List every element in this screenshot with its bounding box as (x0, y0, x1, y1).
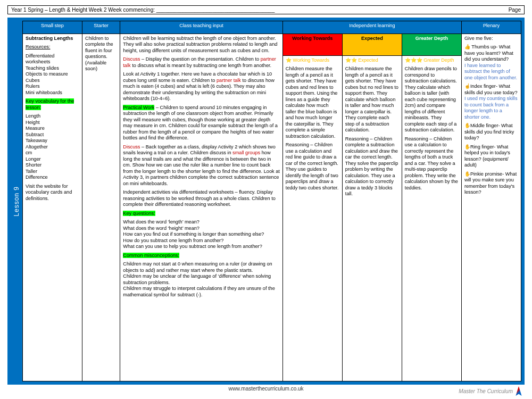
vocab-list: Length Height Measure Subtract Takeaway … (26, 113, 79, 181)
cell-wt: ⭐ Working Towards Children measure the l… (282, 56, 342, 381)
misc-list: Children may not start at 0 when measuri… (123, 261, 280, 298)
outer-frame: Lesson 9 Small step Starter Class teachi… (7, 18, 525, 385)
sub-ex: Expected (342, 34, 402, 55)
wt-stars: ⭐ Working Towards (286, 57, 339, 63)
ex-stars: ⭐⭐ Expected (345, 57, 399, 63)
hdr-plenary: Plenary (461, 21, 521, 34)
plenary-index: ☝️Index finger- What skills did you use … (464, 84, 518, 120)
teach-discuss1: Discuss – Display the question on the pr… (123, 56, 280, 69)
hdr-smallstep: Small step (23, 21, 82, 34)
plenary-intro: Give me five: (464, 36, 518, 42)
teach-discuss2: Discuss – Back together as a class, disp… (123, 144, 280, 187)
resources-label: Resources: (26, 44, 79, 51)
cell-teaching: Children will be learning subtract the l… (120, 34, 283, 381)
wt-reason: Reasoning – Children use a calculation a… (286, 142, 339, 191)
top-right: Page (509, 7, 521, 13)
resources-list: Differentiated worksheets Teaching slide… (26, 53, 79, 96)
sub-header-row: Subtracting Lengths Resources: Different… (23, 34, 521, 55)
footer-url: www.masterthecurriculum.co.uk (7, 386, 525, 392)
gd-stars: ⭐⭐⭐ Greater Depth (405, 57, 459, 63)
hdr-starter: Starter (82, 21, 120, 34)
plan-table: Small step Starter Class teaching input … (22, 21, 521, 381)
keyq-label: Key questions: (123, 211, 155, 216)
teach-practical: Practical Work – Children to spend aroun… (123, 105, 280, 142)
misc-label: Common misconceptions: (123, 253, 179, 258)
visit-note: Visit the website for vocabulary cards a… (26, 184, 79, 202)
header-row: Small step Starter Class teaching input … (23, 21, 521, 34)
lesson-tab: Lesson 9 (11, 21, 22, 381)
keyq-list: What does the word ‘length’ mean? What d… (123, 219, 280, 250)
cell-starter: Children to complete the fluent in four … (82, 34, 120, 381)
gd-body: Children draw pencils to correspond to s… (405, 66, 459, 134)
plenary-middle: ✋Middle finger- What skills did you find… (464, 123, 518, 142)
sub-gd: Greater Depth (402, 34, 461, 55)
gd-reason: Reasoning – Children use a calculation t… (405, 136, 459, 192)
hdr-independent: Independent learning (282, 21, 461, 34)
cell-ex: ⭐⭐ Expected Children measure the length … (342, 56, 402, 381)
cell-plenary: Give me five: 👍 Thumbs up- What have you… (461, 34, 521, 381)
hdr-teaching: Class teaching input (120, 21, 283, 34)
pen-icon (515, 386, 522, 396)
plenary-pinkie: ✋Pinkie promise- What will you make sure… (464, 171, 518, 196)
top-bar: Year 1 Spring – Length & Height Week 2 W… (7, 5, 525, 14)
plenary-thumb: 👍 Thumbs up- What have you learnt? What … (464, 44, 518, 81)
top-left: Year 1 Spring – Length & Height Week 2 W… (11, 7, 275, 13)
sub-wt: Working Towards (282, 34, 342, 55)
keyvocab-label: Key vocabulary for the lesson: (26, 98, 74, 110)
small-step-title: Subtracting Lengths (26, 36, 79, 42)
wt-body: Children measure the length of a pencil … (286, 66, 339, 139)
ex-reason: Reasoning – Children complete a subtract… (345, 136, 399, 197)
lesson-plan-page: Year 1 Spring – Length & Height Week 2 W… (0, 0, 532, 399)
teach-activity1: Look at Activity 1 together. Here we hav… (123, 71, 280, 102)
watermark: Master The Curriculum (459, 386, 522, 396)
ex-body: Children measure the length of a pencil … (345, 66, 399, 134)
teach-indep: Independent activities via differentiate… (123, 189, 280, 208)
cell-gd: ⭐⭐⭐ Greater Depth Children draw pencils … (402, 56, 461, 381)
plenary-ring: ✋Ring finger- What helped you in today's… (464, 144, 518, 169)
teach-intro: Children will be learning subtract the l… (123, 36, 280, 54)
cell-smallstep: Subtracting Lengths Resources: Different… (23, 34, 82, 381)
